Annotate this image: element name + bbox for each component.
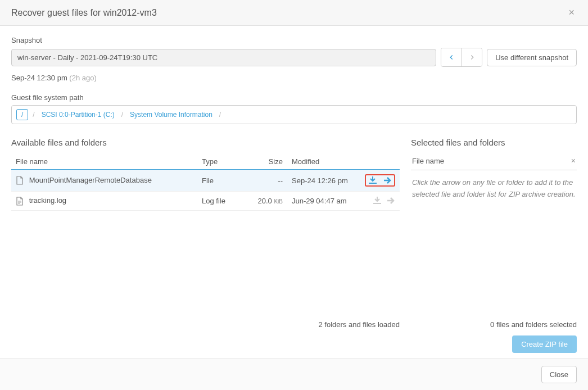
selected-title: Selected files and folders [411,138,577,147]
dialog-header: Recover guest files for win2012-vm3 × [0,0,588,26]
file-size: 20.0 [258,197,272,205]
download-icon[interactable] [368,176,377,184]
size-unit: KiB [274,198,283,205]
arrow-right-icon [468,53,476,61]
file-type: File [197,170,248,192]
file-name: MountPointManagerRemoteDatabase [29,176,152,184]
file-icon [16,176,24,185]
select-arrow-icon[interactable] [383,176,392,184]
available-status: 2 folders and files loaded [11,320,411,329]
recover-files-dialog: Recover guest files for win2012-vm3 × Sn… [0,0,588,390]
dialog-title: Recover guest files for win2012-vm3 [11,8,157,18]
snapshot-nav [441,48,482,67]
table-row[interactable]: tracking.log Log file 20.0 KiB Jun-29 04… [11,192,400,211]
file-modified: Sep-24 12:26 pm [287,170,360,192]
selected-status: 0 files and folders selected [411,320,577,329]
snapshot-time: Sep-24 12:30 pm [11,74,67,82]
table-row[interactable]: MountPointManagerRemoteDatabase File -- … [11,170,400,192]
action-row: Create ZIP file [11,329,577,353]
path-label: Guest file system path [11,93,577,102]
file-type: Log file [197,192,248,211]
snapshot-timestamp: Sep-24 12:30 pm (2h ago) [11,74,577,82]
status-row: 2 folders and files loaded 0 files and f… [11,314,577,329]
close-button[interactable]: Close [541,366,577,383]
dialog-footer: Close [0,359,588,390]
file-size: -- [248,170,287,192]
col-filename: File name [11,154,197,170]
action-highlight [365,174,395,187]
selected-header: File name × [411,154,577,170]
arrow-left-icon [447,53,455,61]
snapshot-row: Use different snapshot [11,48,577,67]
prev-snapshot-button[interactable] [441,48,462,66]
selected-col-filename: File name [412,157,444,165]
file-modified: Jun-29 04:47 am [287,192,360,211]
file-icon [16,197,24,206]
dialog-body: Snapshot Use different snapshot Sep-24 1… [0,26,588,359]
use-different-snapshot-button[interactable]: Use different snapshot [487,49,577,66]
available-table: File name Type Size Modified [11,154,400,211]
breadcrumb-separator: / [120,111,124,119]
available-title: Available files and folders [11,138,400,147]
col-actions [360,154,400,170]
select-arrow-icon[interactable] [386,197,395,205]
breadcrumb: / / SCSI 0:0-Partition-1 (C:) / System V… [11,105,577,124]
snapshot-label: Snapshot [11,36,577,44]
col-modified: Modified [287,154,360,170]
file-name: tracking.log [29,196,66,205]
breadcrumb-folder[interactable]: System Volume Information [128,110,215,120]
breadcrumb-partition[interactable]: SCSI 0:0-Partition-1 (C:) [39,110,117,120]
breadcrumb-root[interactable]: / [16,109,28,120]
create-zip-button[interactable]: Create ZIP file [512,335,577,353]
columns: Available files and folders File name Ty… [11,138,577,314]
col-type: Type [197,154,248,170]
breadcrumb-separator: / [218,111,222,119]
breadcrumb-separator: / [31,111,35,119]
selected-panel: Selected files and folders File name × C… [411,138,577,314]
snapshot-ago: (2h ago) [69,74,96,82]
download-icon[interactable] [373,197,382,205]
close-icon[interactable]: × [566,7,577,19]
clear-selection-icon[interactable]: × [571,156,576,165]
snapshot-input[interactable] [11,49,436,66]
available-panel: Available files and folders File name Ty… [11,138,400,314]
next-snapshot-button[interactable] [462,48,482,66]
selected-hint: Click the arrow on any file or folder to… [411,170,577,207]
col-size: Size [248,154,287,170]
